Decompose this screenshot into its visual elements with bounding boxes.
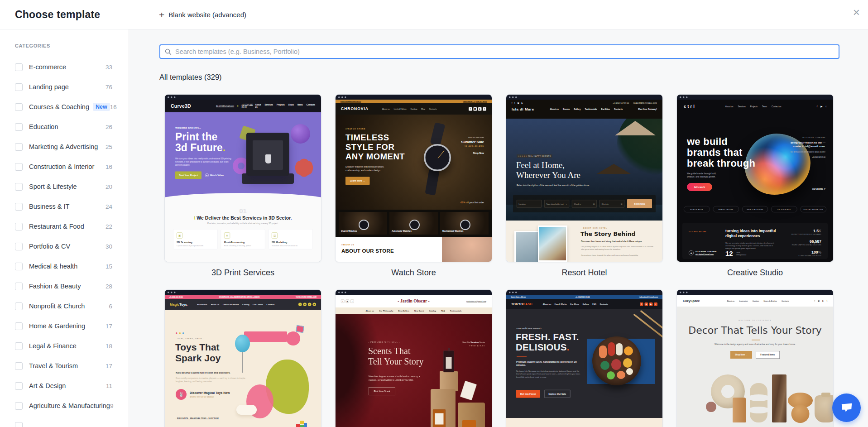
template-card-watch-store[interactable]: FREE SHIPPING FROM $50NEED HELP: +1 (234… <box>335 94 492 278</box>
thumb-logo: Curve3D <box>171 103 191 109</box>
category-label: Education <box>29 123 58 130</box>
checkbox[interactable] <box>15 223 23 230</box>
thumb-headline: Scents ThatTell Your Story <box>368 345 424 367</box>
category-count: 16 <box>110 104 117 110</box>
thumb-body: We turn your ideas into reality with pro… <box>175 157 236 166</box>
category-count: 25 <box>106 144 112 150</box>
thumb-cta: Learn More → <box>345 177 369 185</box>
social-icons: f▣▶t <box>469 107 486 111</box>
categories-heading: CATEGORIES <box>15 43 129 48</box>
checkbox[interactable] <box>15 83 23 91</box>
browser-chrome <box>677 95 833 100</box>
sidebar-item-business-it[interactable]: Business & IT24 <box>15 198 129 215</box>
category-label: Sport & Lifestyle <box>29 183 77 190</box>
checkbox[interactable] <box>15 322 23 330</box>
checkbox[interactable] <box>15 283 23 290</box>
sidebar-item-agriculture-manufacturing[interactable]: Agriculture & Manufacturing9 <box>15 398 129 414</box>
sidebar-item-partial[interactable] <box>15 417 129 427</box>
checkbox[interactable] <box>15 382 23 390</box>
template-thumbnail: ft▣▶ +1 (234) 567 89 00ISLADIMARE@EMAIL.… <box>506 94 663 262</box>
search-icon <box>165 48 172 55</box>
template-card-resort-hotel[interactable]: ft▣▶ +1 (234) 567 89 00ISLADIMARE@EMAIL.… <box>506 94 663 278</box>
category-count: 17 <box>106 323 112 330</box>
template-card-creative-studio[interactable]: ctrl About usServicesProjectsTeamContact… <box>676 94 834 278</box>
social-icons: f▣▶t <box>815 300 827 302</box>
search-bar[interactable] <box>159 44 839 59</box>
social-icons: ft▣▶ <box>512 102 523 104</box>
sidebar-item-fashion-beauty[interactable]: Fashion & Beauty28 <box>15 278 129 294</box>
sidebar-item-nonprofit-church[interactable]: Nonprofit & Church6 <box>15 298 129 314</box>
template-thumbnail: Curve3D 3d.print@email.com+1 (234) 567 8… <box>164 94 321 262</box>
thumb-kicker: Welcome and let's... <box>175 126 239 129</box>
sidebar-item-portfolio-cv[interactable]: Portfolio & CV30 <box>15 238 129 254</box>
templates-main: All templates (329) Curve3D 3d.print@ema… <box>129 29 868 427</box>
globe-icon: ⊕ <box>689 250 694 255</box>
thumb-headline: TIMELESSSTYLE FORANY MOMENT <box>345 133 405 161</box>
sidebar-item-legal-finance[interactable]: Legal & Finance18 <box>15 338 129 354</box>
template-title: 3D Print Services <box>164 268 321 278</box>
checkbox[interactable] <box>15 163 23 171</box>
sidebar-item-marketing-advertising[interactable]: Marketing & Advertising25 <box>15 139 129 155</box>
checkbox[interactable] <box>15 342 23 350</box>
chat-widget-button[interactable] <box>832 393 861 422</box>
plus-icon: + <box>159 10 164 19</box>
browser-chrome <box>506 95 662 100</box>
template-thumbnail: CozySpace About usInspirationCatalogNews… <box>676 289 834 427</box>
thumb-cta: Find Your Scent <box>369 387 395 395</box>
sidebar-item-e-commerce[interactable]: E-commerce33 <box>15 59 129 75</box>
checkbox[interactable] <box>15 63 23 71</box>
thumb-headline: Feel at Home,Wherever You Are <box>516 160 580 180</box>
category-count: 24 <box>106 203 112 210</box>
template-card-perfume-store[interactable]: f▣▫ - Jardin Obscur - jardinobscur@email… <box>335 289 492 427</box>
sidebar-item-sport-lifestyle[interactable]: Sport & Lifestyle20 <box>15 178 129 195</box>
blank-website-button[interactable]: + Blank website (advanced) <box>159 10 246 19</box>
checkbox[interactable] <box>15 183 23 191</box>
checkbox[interactable] <box>15 422 23 427</box>
thumb-nav: About usServicesProjectsTeamContact us <box>725 106 782 108</box>
template-thumbnail: ctrl About usServicesProjectsTeamContact… <box>676 94 834 262</box>
categories-list: E-commerce33Landing page76Courses & Coac… <box>15 59 129 427</box>
category-label: Courses & Coaching <box>29 103 89 110</box>
template-thumbnail: f▣▫ - Jardin Obscur - jardinobscur@email… <box>335 289 492 427</box>
template-card-toys-store[interactable]: +1 (234) 567 89 00SHOWROOM: 123A EASEMON… <box>164 289 321 427</box>
thumb-cta: Shop Now → <box>730 351 752 359</box>
category-count: 26 <box>106 124 112 130</box>
category-count: 6 <box>109 303 112 310</box>
checkbox[interactable] <box>15 103 23 111</box>
checkbox[interactable] <box>15 143 23 151</box>
template-card-decor-store[interactable]: CozySpace About usInspirationCatalogNews… <box>676 289 834 427</box>
checkbox[interactable] <box>15 263 23 270</box>
category-count: 9 <box>110 403 114 409</box>
sidebar-item-landing-page[interactable]: Landing page76 <box>15 79 129 95</box>
checkbox[interactable] <box>15 302 23 310</box>
sidebar-item-courses-coaching[interactable]: Courses & CoachingNew16 <box>15 99 129 115</box>
categories-sidebar: CATEGORIES E-commerce33Landing page76Cou… <box>0 29 129 427</box>
sidebar-item-education[interactable]: Education26 <box>15 119 129 135</box>
sidebar-item-home-gardening[interactable]: Home & Gardening17 <box>15 318 129 334</box>
checkbox[interactable] <box>15 203 23 211</box>
thumb-logo: TOKYODASH <box>511 302 532 306</box>
close-icon[interactable]: × <box>853 6 860 18</box>
play-icon: ▶ <box>205 173 209 177</box>
checkbox[interactable] <box>15 123 23 131</box>
checkbox[interactable] <box>15 362 23 370</box>
thumb-logo: Isla di Mare <box>512 107 534 111</box>
dialog-header: Choose template + Blank website (advance… <box>0 0 868 29</box>
social-icons: f◙▶t <box>640 302 657 306</box>
sidebar-item-medical-health[interactable]: Medical & health15 <box>15 258 129 274</box>
template-card-3d-print-services[interactable]: Curve3D 3d.print@email.com+1 (234) 567 8… <box>164 94 321 278</box>
new-badge: New <box>93 103 110 111</box>
category-label: Marketing & Advertising <box>29 143 98 150</box>
template-thumbnail: +1 (234) 567 89 00SHOWROOM: 123A EASEMON… <box>164 289 321 427</box>
search-input[interactable] <box>175 48 834 55</box>
thumb-logo: CozySpace <box>683 299 700 302</box>
thumb-logo: CHRONOVIA <box>341 107 369 111</box>
checkbox[interactable] <box>15 402 23 410</box>
sidebar-item-art-design[interactable]: Art & Design11 <box>15 378 129 394</box>
template-card-sushi-delivery[interactable]: Open 8 am - 10 pm+1 (234) 567 89 00tokyo… <box>506 289 663 427</box>
checkbox[interactable] <box>15 243 23 250</box>
sidebar-item-construction-interior[interactable]: Construction & Interior16 <box>15 158 129 175</box>
sidebar-item-travel-tourism[interactable]: Travel & Tourism17 <box>15 358 129 374</box>
sidebar-item-restaurant-food[interactable]: Restaurant & Food22 <box>15 218 129 235</box>
chat-bubble-icon <box>840 402 854 414</box>
